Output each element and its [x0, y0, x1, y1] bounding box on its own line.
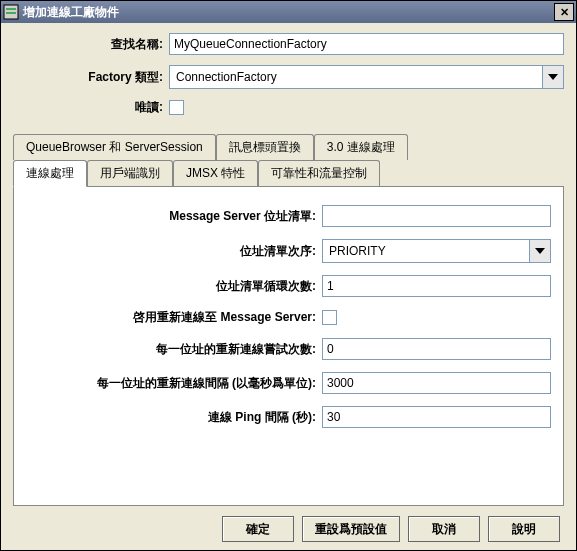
row-list-loop: 位址清單循環次數:	[26, 275, 551, 297]
ping-interval-input[interactable]	[322, 406, 551, 428]
retry-per-addr-input[interactable]	[322, 338, 551, 360]
app-icon	[3, 4, 19, 20]
retry-interval-input[interactable]	[322, 372, 551, 394]
msg-server-list-input[interactable]	[322, 205, 551, 227]
factory-type-value: ConnectionFactory	[170, 70, 542, 84]
dialog-window: 增加連線工廠物件 ✕ 查找名稱: Factory 類型: ConnectionF…	[0, 0, 577, 551]
factory-type-select[interactable]: ConnectionFactory	[169, 65, 564, 89]
row-msg-server-list: Message Server 位址清單:	[26, 205, 551, 227]
row-retry-interval: 每一位址的重新連線間隔 (以毫秒爲單位):	[26, 372, 551, 394]
list-loop-input[interactable]	[322, 275, 551, 297]
readonly-checkbox[interactable]	[169, 100, 184, 115]
window-title: 增加連線工廠物件	[23, 4, 554, 21]
tab-panel-connection-handling: Message Server 位址清單: 位址清單次序: PRIORITY 位址…	[13, 186, 564, 506]
retry-per-addr-label: 每一位址的重新連線嘗試次數:	[26, 341, 322, 358]
row-list-order: 位址清單次序: PRIORITY	[26, 239, 551, 263]
tab-jmsx-properties[interactable]: JMSX 特性	[173, 160, 258, 186]
list-order-label: 位址清單次序:	[26, 243, 322, 260]
row-readonly: 唯讀:	[13, 99, 564, 116]
lookup-name-input[interactable]	[169, 33, 564, 55]
tab-message-header-override[interactable]: 訊息標頭置換	[216, 134, 314, 160]
title-bar[interactable]: 增加連線工廠物件 ✕	[1, 1, 576, 23]
chevron-down-icon	[529, 240, 550, 262]
msg-server-list-label: Message Server 位址清單:	[26, 208, 322, 225]
button-row: 確定 重設爲預設值 取消 說明	[13, 506, 564, 542]
enable-reconnect-checkbox[interactable]	[322, 310, 337, 325]
close-button[interactable]: ✕	[554, 3, 574, 21]
list-order-select[interactable]: PRIORITY	[322, 239, 551, 263]
row-ping-interval: 連線 Ping 間隔 (秒):	[26, 406, 551, 428]
tab-connection-handling[interactable]: 連線處理	[13, 160, 87, 187]
ping-interval-label: 連線 Ping 間隔 (秒):	[26, 409, 322, 426]
svg-rect-2	[6, 12, 16, 14]
tab-client-id[interactable]: 用戶端識別	[87, 160, 173, 186]
tab-row-2: 連線處理 用戶端識別 JMSX 特性 可靠性和流量控制	[13, 159, 564, 186]
tab-queuebrowser-serversession[interactable]: QueueBrowser 和 ServerSession	[13, 134, 216, 160]
list-loop-label: 位址清單循環次數:	[26, 278, 322, 295]
reset-defaults-button[interactable]: 重設爲預設值	[302, 516, 400, 542]
dialog-content: 查找名稱: Factory 類型: ConnectionFactory 唯讀: …	[1, 23, 576, 550]
svg-marker-4	[535, 248, 545, 254]
row-retry-per-addr: 每一位址的重新連線嘗試次數:	[26, 338, 551, 360]
enable-reconnect-label: 啓用重新連線至 Message Server:	[26, 309, 322, 326]
svg-rect-1	[6, 8, 16, 10]
cancel-button[interactable]: 取消	[408, 516, 480, 542]
tab-row-1: QueueBrowser 和 ServerSession 訊息標頭置換 3.0 …	[13, 134, 564, 160]
tabs: QueueBrowser 和 ServerSession 訊息標頭置換 3.0 …	[13, 134, 564, 506]
close-icon: ✕	[560, 6, 569, 19]
ok-button[interactable]: 確定	[222, 516, 294, 542]
lookup-name-label: 查找名稱:	[13, 36, 169, 53]
row-lookup-name: 查找名稱:	[13, 33, 564, 55]
readonly-label: 唯讀:	[13, 99, 169, 116]
list-order-value: PRIORITY	[323, 244, 529, 258]
chevron-down-icon	[542, 66, 563, 88]
tab-reliability-flowcontrol[interactable]: 可靠性和流量控制	[258, 160, 380, 186]
row-enable-reconnect: 啓用重新連線至 Message Server:	[26, 309, 551, 326]
svg-marker-3	[548, 74, 558, 80]
factory-type-label: Factory 類型:	[13, 69, 169, 86]
tab-30-connection-handling[interactable]: 3.0 連線處理	[314, 134, 408, 160]
help-button[interactable]: 說明	[488, 516, 560, 542]
row-factory-type: Factory 類型: ConnectionFactory	[13, 65, 564, 89]
retry-interval-label: 每一位址的重新連線間隔 (以毫秒爲單位):	[26, 375, 322, 392]
